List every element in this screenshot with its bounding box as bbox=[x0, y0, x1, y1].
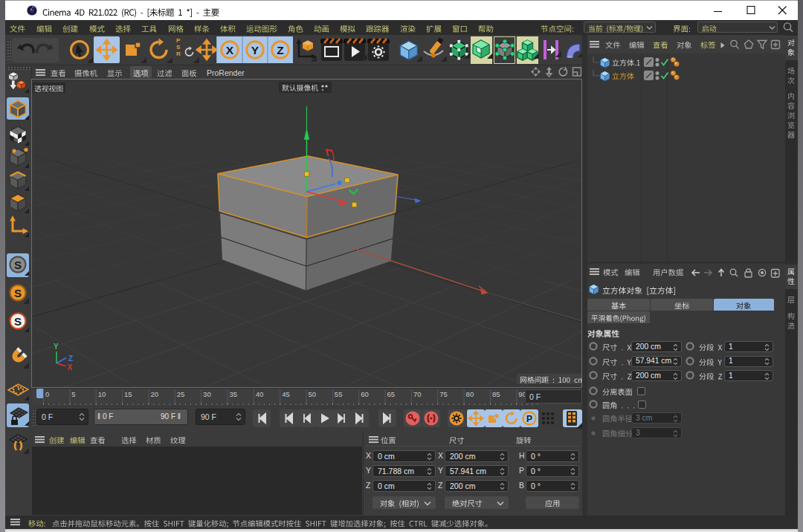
svg-text:Y: Y bbox=[251, 44, 259, 56]
svg-text:X: X bbox=[226, 44, 234, 56]
svg-text:Z: Z bbox=[68, 354, 73, 363]
svg-text:X: X bbox=[68, 363, 73, 372]
svg-text:S: S bbox=[14, 259, 22, 271]
svg-text:Y: Y bbox=[54, 343, 59, 351]
svg-text:S: S bbox=[14, 315, 22, 328]
svg-text:P: P bbox=[526, 414, 532, 424]
svg-text:Z: Z bbox=[277, 44, 284, 56]
